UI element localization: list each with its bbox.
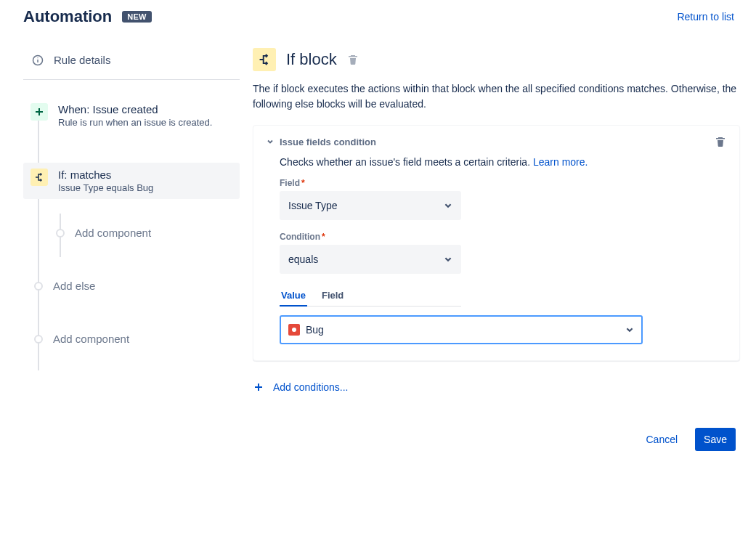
- info-icon: [32, 54, 44, 66]
- add-else[interactable]: Add else: [23, 274, 240, 298]
- condition-label: Condition*: [280, 232, 726, 242]
- trigger-item[interactable]: When: Issue created Rule is run when an …: [23, 97, 240, 134]
- tab-field[interactable]: Field: [320, 285, 345, 307]
- learn-more-link[interactable]: Learn more.: [533, 156, 588, 168]
- chevron-down-icon: [444, 255, 452, 264]
- svg-point-2: [37, 57, 38, 58]
- chevron-down-icon: [267, 138, 274, 145]
- trigger-title: When: Issue created: [58, 103, 212, 115]
- condition-subtitle: Issue Type equals Bug: [58, 182, 153, 193]
- main-panel: If block The if block executes the actio…: [240, 32, 756, 560]
- condition-title: If: matches: [58, 169, 153, 181]
- condition-item[interactable]: If: matches Issue Type equals Bug: [23, 163, 240, 199]
- add-component-inner[interactable]: Add component: [23, 221, 240, 245]
- bug-icon: [288, 324, 300, 336]
- cancel-button[interactable]: Cancel: [637, 428, 686, 451]
- main-title: If block: [286, 50, 337, 69]
- plus-icon: [253, 381, 264, 393]
- card-collapse-toggle[interactable]: Issue fields condition: [267, 137, 376, 147]
- field-label: Field*: [280, 178, 726, 188]
- field-select[interactable]: Issue Type: [280, 191, 461, 220]
- card-description: Checks whether an issue's field meets a …: [280, 156, 726, 168]
- branch-icon: [253, 48, 276, 71]
- value-select[interactable]: Bug: [280, 315, 643, 344]
- branch-icon: [31, 169, 48, 186]
- rule-details-item[interactable]: Rule details: [23, 48, 240, 80]
- chevron-down-icon: [444, 201, 452, 210]
- add-component[interactable]: Add component: [23, 327, 240, 351]
- delete-condition-button[interactable]: [715, 136, 726, 147]
- page-header: Automation NEW Return to list: [0, 0, 756, 32]
- plus-icon: [31, 103, 48, 121]
- trigger-subtitle: Rule is run when an issue is created.: [58, 117, 212, 128]
- footer-actions: Cancel Save: [253, 428, 740, 451]
- new-badge: NEW: [122, 11, 152, 23]
- chevron-down-icon: [625, 325, 634, 334]
- rule-details-label: Rule details: [54, 54, 110, 66]
- value-tabs: Value Field: [280, 285, 461, 307]
- card-title: Issue fields condition: [280, 137, 376, 147]
- return-to-list-link[interactable]: Return to list: [677, 11, 734, 23]
- page-title: Automation: [23, 7, 112, 26]
- save-button[interactable]: Save: [695, 428, 736, 451]
- main-description: The if block executes the actions within…: [253, 81, 740, 112]
- rule-sidebar: Rule details When: Issue created Rule is…: [0, 32, 240, 560]
- condition-select[interactable]: equals: [280, 245, 461, 274]
- condition-card: Issue fields condition Checks whether an…: [253, 125, 740, 361]
- tab-value[interactable]: Value: [280, 285, 307, 307]
- add-conditions-button[interactable]: Add conditions...: [253, 381, 740, 393]
- delete-block-button[interactable]: [347, 54, 359, 65]
